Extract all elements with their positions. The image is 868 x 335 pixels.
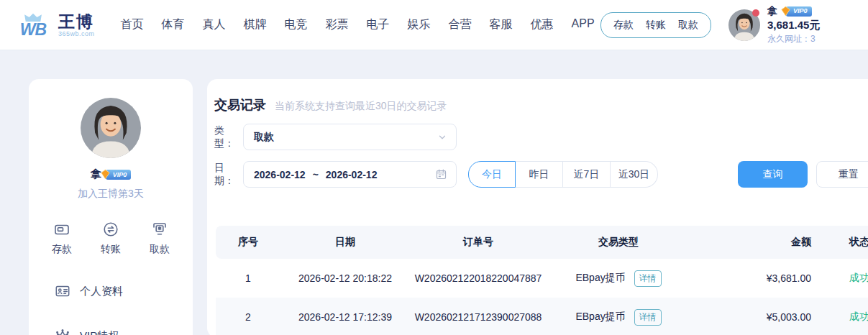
brand-domain: 365wb.com xyxy=(58,30,95,37)
cell-type: EBpay提币 详情 xyxy=(547,309,690,326)
sidebar-avatar[interactable] xyxy=(81,98,141,158)
date-filter-row: 日期： 2026-02-12 ~ 2026-02-12 今日 昨日 近7日 近3… xyxy=(214,161,868,188)
transaction-type: EBpay提币 xyxy=(575,272,625,283)
nav-item-slots[interactable]: 电子 xyxy=(367,17,390,32)
join-days-text: 加入王博第3天 xyxy=(29,188,193,201)
wallet-actions-pill: 存款 转账 取款 xyxy=(600,12,711,38)
user-avatar[interactable] xyxy=(728,9,760,41)
nav-item-support[interactable]: 客服 xyxy=(490,17,513,32)
cell-amount: ¥5,003.00 xyxy=(690,311,813,323)
sidebar-vip-level-label: VIP0 xyxy=(113,171,127,178)
type-select-value: 取款 xyxy=(254,131,274,144)
nav-item-esports[interactable]: 电竞 xyxy=(285,17,308,32)
table-header-row: 序号 日期 订单号 交易类型 金额 状态 xyxy=(216,226,868,259)
sidebar-item-profile-label: 个人资料 xyxy=(80,285,123,298)
chevron-down-icon xyxy=(437,132,447,142)
withdraw-link[interactable]: 取款 xyxy=(678,19,698,32)
col-header-status: 状态 xyxy=(813,236,868,249)
sidebar-item-vip-label: VIP特权 xyxy=(80,329,119,335)
nav-item-live[interactable]: 真人 xyxy=(203,17,226,32)
date-range-input[interactable]: 2026-02-12 ~ 2026-02-12 xyxy=(243,161,457,188)
search-button[interactable]: 查询 xyxy=(738,161,808,188)
type-filter-label: 类型： xyxy=(214,124,243,150)
table-row: 1 2026-02-12 20:18:22 W20260212201822004… xyxy=(216,259,868,298)
type-select[interactable]: 取款 xyxy=(243,124,457,150)
type-filter-row: 类型： 取款 xyxy=(214,124,457,150)
cell-order-no: W202602122018220047887 xyxy=(410,272,547,284)
transfer-link[interactable]: 转账 xyxy=(646,19,666,32)
nav-item-home[interactable]: 首页 xyxy=(121,17,144,32)
topbar-right: 存款 转账 取款 拿 VIP0 xyxy=(600,5,868,45)
date-end-value: 2026-02-12 xyxy=(326,169,378,180)
cell-date: 2026-02-12 17:12:39 xyxy=(280,311,410,323)
col-header-index: 序号 xyxy=(216,236,280,249)
date-range-presets: 今日 昨日 近7日 近30日 xyxy=(468,161,658,188)
wallet-icon xyxy=(53,221,70,238)
gem-icon xyxy=(780,6,791,17)
logo-crown-mark: WB xyxy=(14,13,52,37)
sidebar-item-profile[interactable]: 个人资料 xyxy=(55,283,193,299)
sidebar-vip-badge: VIP0 xyxy=(106,170,132,180)
date-separator: ~ xyxy=(313,169,319,180)
nav-item-app[interactable]: APP xyxy=(572,17,595,32)
balance-amount: 3,681.45元 xyxy=(767,19,868,32)
panel-header: 交易记录 当前系统支持查询最近30日的交易记录 xyxy=(214,96,447,114)
reset-button[interactable]: 重置 xyxy=(816,161,868,188)
logo-letters: WB xyxy=(20,22,46,37)
col-header-type: 交易类型 xyxy=(547,236,690,249)
profile-sidebar: 拿 VIP0 加入王博第3天 存款 转账 取 xyxy=(29,79,193,335)
col-header-date: 日期 xyxy=(280,236,410,249)
sidebar-quick-actions: 存款 转账 取款 xyxy=(29,221,193,256)
col-header-order-no: 订单号 xyxy=(410,236,547,249)
sidebar-withdraw-button[interactable]: 取款 xyxy=(150,221,170,256)
date-start-value: 2026-02-12 xyxy=(254,169,306,180)
notification-dot xyxy=(752,9,759,17)
cell-amount: ¥3,681.00 xyxy=(690,272,813,284)
preset-yesterday-button[interactable]: 昨日 xyxy=(516,161,563,188)
preset-today-button[interactable]: 今日 xyxy=(468,161,516,188)
page-title: 交易记录 xyxy=(214,96,266,114)
preset-last7days-button[interactable]: 近7日 xyxy=(563,161,611,188)
detail-button[interactable]: 详情 xyxy=(634,270,662,287)
cell-index: 1 xyxy=(216,272,280,284)
sidebar-menu: 个人资料 VIP特权 xyxy=(29,283,193,335)
user-info-block[interactable]: 拿 VIP0 3,681.45元 永久网址：3 xyxy=(767,5,868,45)
preset-last30days-button[interactable]: 近30日 xyxy=(611,161,658,188)
nav-item-sports[interactable]: 体育 xyxy=(162,17,185,32)
transactions-table: 序号 日期 订单号 交易类型 金额 状态 1 2026-02-12 20:18:… xyxy=(216,226,868,335)
brand-logo[interactable]: WB 王博 365wb.com xyxy=(14,13,95,37)
brand-name: 王博 xyxy=(58,13,95,30)
sidebar-transfer-button[interactable]: 转账 xyxy=(101,221,121,256)
sidebar-deposit-button[interactable]: 存款 xyxy=(52,221,72,256)
table-row: 2 2026-02-12 17:12:39 W20260212171239002… xyxy=(216,298,868,335)
nav-item-entertainment[interactable]: 娱乐 xyxy=(408,17,431,32)
cell-status: 成功 xyxy=(813,272,868,285)
vip-level-label: VIP0 xyxy=(793,7,808,15)
crown-icon xyxy=(55,328,70,335)
sidebar-transfer-label: 转账 xyxy=(101,243,121,256)
date-filter-label: 日期： xyxy=(214,162,243,188)
top-navigation-bar: WB 王博 365wb.com 首页 体育 真人 棋牌 电竞 彩票 电子 娱乐 … xyxy=(0,0,868,50)
username: 拿 xyxy=(767,5,777,18)
cell-index: 2 xyxy=(216,311,280,323)
transaction-type: EBpay提币 xyxy=(575,311,625,322)
main-nav: 首页 体育 真人 棋牌 电竞 彩票 电子 娱乐 合营 客服 优惠 APP xyxy=(121,17,595,32)
id-card-icon xyxy=(55,283,70,299)
calendar-icon xyxy=(435,168,447,180)
nav-item-promotions[interactable]: 优惠 xyxy=(531,17,554,32)
nav-item-partner[interactable]: 合营 xyxy=(449,17,472,32)
transfer-icon xyxy=(102,221,119,238)
sidebar-deposit-label: 存款 xyxy=(52,243,72,256)
deposit-link[interactable]: 存款 xyxy=(613,19,634,32)
transaction-records-panel: 交易记录 当前系统支持查询最近30日的交易记录 类型： 取款 日期： 2026-… xyxy=(207,79,868,335)
sidebar-item-vip[interactable]: VIP特权 xyxy=(55,328,193,335)
cell-order-no: W202602121712390027088 xyxy=(410,311,547,323)
sidebar-withdraw-label: 取款 xyxy=(150,243,170,256)
col-header-amount: 金额 xyxy=(690,236,813,249)
nav-item-lottery[interactable]: 彩票 xyxy=(326,17,349,32)
nav-item-chess[interactable]: 棋牌 xyxy=(244,17,267,32)
vip-badge: VIP0 xyxy=(786,6,812,17)
cell-date: 2026-02-12 20:18:22 xyxy=(280,272,410,284)
detail-button[interactable]: 详情 xyxy=(634,309,662,326)
cell-type: EBpay提币 详情 xyxy=(547,270,690,287)
